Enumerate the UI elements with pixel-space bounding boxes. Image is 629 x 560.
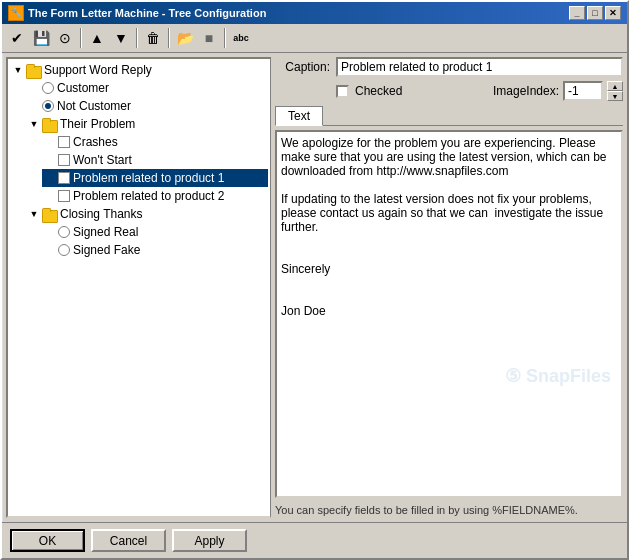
problem2-checkbox-icon — [58, 190, 70, 202]
image-index-group: ImageIndex: ▲ ▼ — [493, 81, 623, 101]
signed-fake-expander — [42, 242, 58, 258]
tree-item-signed-real[interactable]: Signed Real — [42, 223, 268, 241]
tree-root[interactable]: ▼ Support Word Reply — [10, 61, 268, 79]
tree-item-problem2[interactable]: Problem related to product 2 — [42, 187, 268, 205]
main-window: 🔧 The Form Letter Machine - Tree Configu… — [0, 0, 629, 560]
signed-real-label: Signed Real — [73, 225, 138, 239]
tree-item-crashes[interactable]: Crashes — [42, 133, 268, 151]
signed-fake-label: Signed Fake — [73, 243, 140, 257]
title-bar: 🔧 The Form Letter Machine - Tree Configu… — [2, 2, 627, 24]
right-panel: Caption: Checked ImageIndex: ▲ ▼ — [271, 53, 627, 522]
close-button[interactable]: ✕ — [605, 6, 621, 20]
signed-fake-radio-icon — [58, 244, 70, 256]
problem1-expander — [42, 170, 58, 186]
tree-item-signed-fake[interactable]: Signed Fake — [42, 241, 268, 259]
signed-real-expander — [42, 224, 58, 240]
window-icon: 🔧 — [8, 5, 24, 21]
title-bar-left: 🔧 The Form Letter Machine - Tree Configu… — [8, 5, 266, 21]
title-buttons: _ □ ✕ — [569, 6, 621, 20]
problem1-label: Problem related to product 1 — [73, 171, 224, 185]
apply-button[interactable]: Apply — [172, 529, 247, 552]
folder-open-toolbar-btn[interactable]: 📂 — [174, 27, 196, 49]
not-customer-label: Not Customer — [57, 99, 131, 113]
main-content: ▼ Support Word Reply Customer Not Custom… — [2, 53, 627, 522]
tree-item-closing-thanks[interactable]: ▼ Closing Thanks — [26, 205, 268, 223]
check-toolbar-btn[interactable]: ✔ — [6, 27, 28, 49]
down-toolbar-btn[interactable]: ▼ — [110, 27, 132, 49]
image-index-down-btn[interactable]: ▼ — [607, 91, 623, 101]
root-folder-icon — [26, 64, 42, 77]
customer-radio-icon — [42, 82, 54, 94]
their-problem-folder-icon — [42, 118, 58, 131]
tree-panel: ▼ Support Word Reply Customer Not Custom… — [6, 57, 271, 518]
toolbar: ✔ 💾 ⊙ ▲ ▼ 🗑 📂 ■ abc — [2, 24, 627, 53]
tree-container: ▼ Support Word Reply Customer Not Custom… — [8, 59, 270, 261]
image-index-label: ImageIndex: — [493, 84, 559, 98]
up-toolbar-btn[interactable]: ▲ — [86, 27, 108, 49]
wont-start-checkbox-icon — [58, 154, 70, 166]
text-area[interactable]: We apologize for the problem you are exp… — [277, 132, 621, 496]
closing-thanks-label: Closing Thanks — [60, 207, 143, 221]
crashes-expander — [42, 134, 58, 150]
crashes-checkbox-icon — [58, 136, 70, 148]
wont-start-label: Won't Start — [73, 153, 132, 167]
tree-item-wont-start[interactable]: Won't Start — [42, 151, 268, 169]
their-problem-label: Their Problem — [60, 117, 135, 131]
wont-start-expander — [42, 152, 58, 168]
cancel-button[interactable]: Cancel — [91, 529, 166, 552]
delete-toolbar-btn[interactable]: 🗑 — [142, 27, 164, 49]
target-toolbar-btn[interactable]: ⊙ — [54, 27, 76, 49]
save-toolbar-btn[interactable]: 💾 — [30, 27, 52, 49]
hint-text: You can specify fields to be filled in b… — [275, 502, 623, 518]
caption-label: Caption: — [275, 60, 330, 74]
tab-text[interactable]: Text — [275, 106, 323, 126]
toolbar-separator-1 — [80, 28, 82, 48]
tree-item-customer[interactable]: Customer — [26, 79, 268, 97]
signed-real-radio-icon — [58, 226, 70, 238]
tree-item-their-problem[interactable]: ▼ Their Problem — [26, 115, 268, 133]
customer-label: Customer — [57, 81, 109, 95]
problem2-label: Problem related to product 2 — [73, 189, 224, 203]
toolbar-separator-4 — [224, 28, 226, 48]
minimize-button[interactable]: _ — [569, 6, 585, 20]
checked-label: Checked — [355, 84, 402, 98]
caption-row: Caption: — [275, 57, 623, 77]
root-expander: ▼ — [10, 62, 26, 78]
text-area-container: We apologize for the problem you are exp… — [275, 130, 623, 498]
toolbar-separator-2 — [136, 28, 138, 48]
toolbar-separator-3 — [168, 28, 170, 48]
image-index-up-btn[interactable]: ▲ — [607, 81, 623, 91]
problem1-checkbox-icon — [58, 172, 70, 184]
closing-thanks-expander: ▼ — [26, 206, 42, 222]
not-customer-radio-icon — [42, 100, 54, 112]
problem2-expander — [42, 188, 58, 204]
ok-button[interactable]: OK — [10, 529, 85, 552]
bottom-bar: OK Cancel Apply — [2, 522, 627, 558]
their-problem-expander: ▼ — [26, 116, 42, 132]
tab-bar: Text — [275, 105, 623, 126]
maximize-button[interactable]: □ — [587, 6, 603, 20]
window-title: The Form Letter Machine - Tree Configura… — [28, 7, 266, 19]
not-customer-expander — [26, 98, 42, 114]
stop-toolbar-btn[interactable]: ■ — [198, 27, 220, 49]
closing-thanks-folder-icon — [42, 208, 58, 221]
root-label: Support Word Reply — [44, 63, 152, 77]
tree-item-not-customer[interactable]: Not Customer — [26, 97, 268, 115]
customer-expander — [26, 80, 42, 96]
checked-checkbox[interactable] — [336, 85, 349, 98]
tree-item-problem1[interactable]: Problem related to product 1 — [42, 169, 268, 187]
crashes-label: Crashes — [73, 135, 118, 149]
caption-input[interactable] — [336, 57, 623, 77]
image-index-input[interactable] — [563, 81, 603, 101]
spellcheck-toolbar-btn[interactable]: abc — [230, 27, 252, 49]
checked-row: Checked ImageIndex: ▲ ▼ — [275, 81, 623, 101]
